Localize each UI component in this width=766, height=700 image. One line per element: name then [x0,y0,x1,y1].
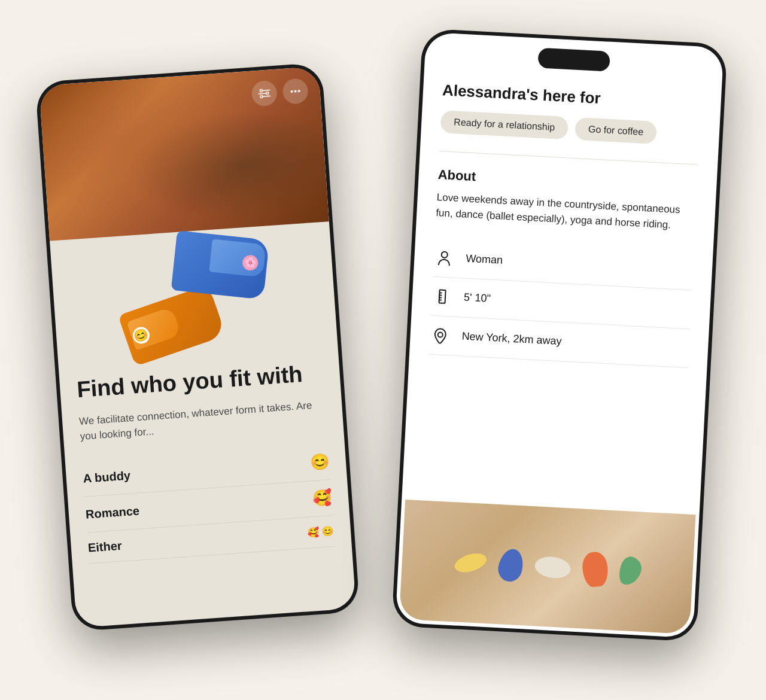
svg-point-15 [438,332,443,337]
about-text: Love weekends away in the countryside, s… [436,190,697,235]
orange-sneaker [118,284,226,366]
svg-rect-10 [439,290,446,303]
either-label: Either [87,538,122,555]
location-label: New York, 2km away [461,330,562,348]
either-emoji-2: 😊 [321,525,334,537]
either-emoji-1: 🥰 [307,526,320,538]
phone-left: Find who you fit with We facilitate conn… [35,62,360,631]
svg-point-2 [260,95,263,98]
left-content: Find who you fit with We facilitate conn… [50,221,352,577]
dynamic-island [537,48,610,72]
buddy-label: A buddy [83,468,131,485]
height-label: 5' 10" [464,291,491,305]
svg-point-1 [266,92,269,95]
right-screen: Alessandra's here for Ready for a relati… [395,32,724,638]
more-button[interactable] [282,78,309,105]
clay-shape-5 [616,554,645,588]
ruler-icon [431,285,454,308]
tag-coffee[interactable]: Go for coffee [574,117,657,144]
person-icon [433,246,456,269]
svg-point-9 [442,251,448,258]
top-bar [251,78,309,106]
profile-header-title: Alessandra's here for [442,81,702,113]
main-title: Find who you fit with [76,360,324,403]
clay-shape-4 [581,551,609,588]
location-icon [429,324,452,346]
svg-line-5 [263,96,270,96]
filter-button[interactable] [251,80,278,107]
bottom-image [399,500,696,634]
svg-point-0 [260,89,262,92]
sneakers-illustration [112,232,275,362]
svg-line-4 [259,93,266,94]
svg-point-7 [294,90,296,92]
svg-point-6 [290,90,293,93]
gender-label: Woman [466,252,503,267]
buddy-emoji: 😊 [309,452,330,472]
tag-relationship[interactable]: Ready for a relationship [440,110,569,139]
svg-point-8 [297,90,300,92]
subtitle: We facilitate connection, whatever form … [78,397,327,445]
blue-sneaker [171,230,270,300]
about-section: About Love weekends away in the countrys… [436,155,698,235]
clay-shape-3 [534,554,572,580]
top-background-image [39,66,329,241]
clay-shapes [399,500,696,634]
either-emoji-pair: 🥰 😊 [307,525,334,538]
romance-emoji: 🥰 [312,488,332,508]
clay-shape-2 [496,546,526,584]
svg-line-3 [262,90,270,90]
tags-row: Ready for a relationship Go for coffee [440,110,700,147]
profile-content: Alessandra's here for Ready for a relati… [409,32,724,386]
romance-label: Romance [85,504,139,521]
phone-right: Alessandra's here for Ready for a relati… [391,28,728,641]
clay-shape-1 [452,550,489,576]
left-screen: Find who you fit with We facilitate conn… [39,66,356,628]
